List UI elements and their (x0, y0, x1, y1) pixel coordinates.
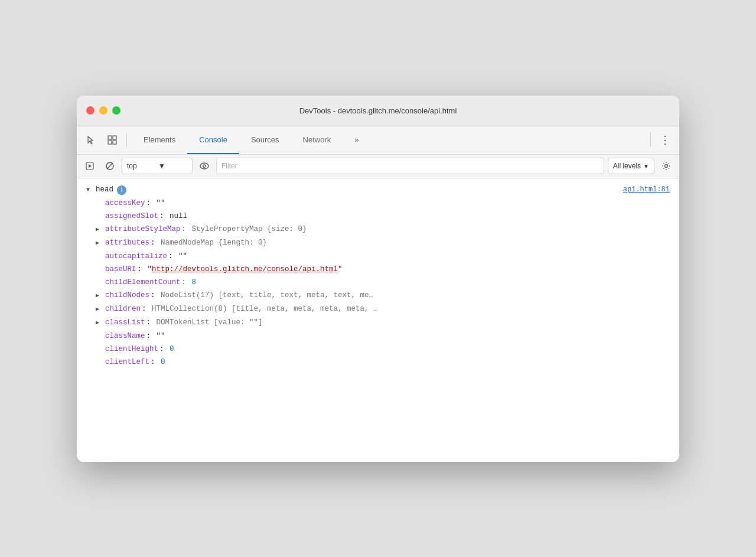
svg-point-8 (200, 163, 208, 169)
console-toolbar: top ▼ All levels ▼ (77, 155, 679, 178)
childNodes-arrow[interactable] (96, 290, 105, 301)
source-link[interactable]: api.html:81 (623, 185, 679, 194)
attributes-arrow[interactable] (96, 237, 105, 249)
context-selector[interactable]: top ▼ (122, 158, 193, 174)
prop-childElementCount: childElementCount : 8 (77, 276, 679, 289)
traffic-lights (86, 106, 120, 115)
tab-more[interactable]: » (343, 126, 370, 154)
chevron-down-icon: ▼ (158, 162, 187, 170)
head-expand-arrow[interactable] (86, 184, 96, 196)
attributeStyleMap-arrow[interactable] (96, 224, 105, 235)
prop-assignedSlot: assignedSlot : null (77, 210, 679, 223)
more-menu-button[interactable]: ⋮ (656, 131, 674, 149)
prop-autocapitalize: autocapitalize : "" (77, 250, 679, 263)
head-label: head (96, 184, 113, 195)
svg-rect-2 (108, 141, 112, 144)
info-icon[interactable]: i (117, 185, 126, 195)
head-row[interactable]: head i (77, 183, 623, 197)
svg-rect-1 (113, 136, 116, 139)
level-select[interactable]: All levels ▼ (608, 158, 654, 174)
svg-point-10 (665, 165, 668, 168)
eye-button[interactable] (196, 158, 213, 174)
prop-baseURI: baseURI : "http://devtools.glitch.me/con… (77, 263, 679, 276)
prop-attributes[interactable]: attributes : NamedNodeMap {length: 0} (77, 236, 679, 250)
svg-rect-0 (108, 136, 112, 139)
minimize-button[interactable] (99, 106, 107, 115)
no-icon (105, 161, 115, 171)
classList-arrow[interactable] (96, 317, 105, 328)
prop-clientLeft: clientLeft : 0 (77, 356, 679, 369)
prop-className: className : "" (77, 330, 679, 343)
prop-children[interactable]: children : HTMLCollection(8) [title, met… (77, 302, 679, 316)
gear-icon (662, 161, 671, 171)
select-element-button[interactable] (82, 131, 100, 149)
prop-accessKey: accessKey : "" (77, 197, 679, 210)
prop-attributeStyleMap[interactable]: attributeStyleMap : StylePropertyMap {si… (77, 223, 679, 236)
tab-network[interactable]: Network (291, 126, 343, 154)
inspect-button[interactable] (103, 131, 122, 149)
toolbar-separator (126, 133, 127, 147)
titlebar: DevTools - devtools.glitch.me/console/ap… (77, 96, 679, 126)
console-content: api.html:81 head i accessKey : "" assign… (77, 178, 679, 462)
svg-line-7 (107, 163, 113, 169)
close-button[interactable] (86, 106, 94, 115)
cursor-icon (86, 135, 96, 145)
filter-input[interactable] (216, 158, 604, 174)
tab-elements[interactable]: Elements (132, 126, 187, 154)
tab-sources[interactable]: Sources (239, 126, 291, 154)
console-output-area: api.html:81 head i accessKey : "" assign… (77, 183, 679, 369)
tab-bar: Elements Console Sources Network » (132, 126, 646, 154)
prop-clientHeight: clientHeight : 0 (77, 343, 679, 356)
devtools-window: DevTools - devtools.glitch.me/console/ap… (77, 96, 679, 462)
svg-rect-3 (113, 141, 116, 144)
window-title: DevTools - devtools.glitch.me/console/ap… (86, 106, 670, 115)
maximize-button[interactable] (112, 106, 120, 115)
level-chevron-icon: ▼ (643, 163, 649, 170)
play-icon (86, 162, 94, 170)
svg-point-9 (203, 165, 206, 167)
children-arrow[interactable] (96, 304, 105, 315)
eye-icon (200, 162, 209, 170)
tab-console[interactable]: Console (187, 126, 239, 154)
toolbar-separator-2 (650, 133, 651, 147)
main-toolbar: Elements Console Sources Network » ⋮ (77, 126, 679, 155)
clear-console-button[interactable] (102, 158, 118, 174)
svg-marker-5 (89, 164, 92, 168)
inspect-icon (107, 135, 117, 145)
console-settings-button[interactable] (658, 158, 674, 174)
prop-childNodes[interactable]: childNodes : NodeList(17) [text, title, … (77, 289, 679, 302)
prop-classList[interactable]: classList : DOMTokenList [value: ""] (77, 316, 679, 330)
execute-button[interactable] (82, 158, 98, 174)
